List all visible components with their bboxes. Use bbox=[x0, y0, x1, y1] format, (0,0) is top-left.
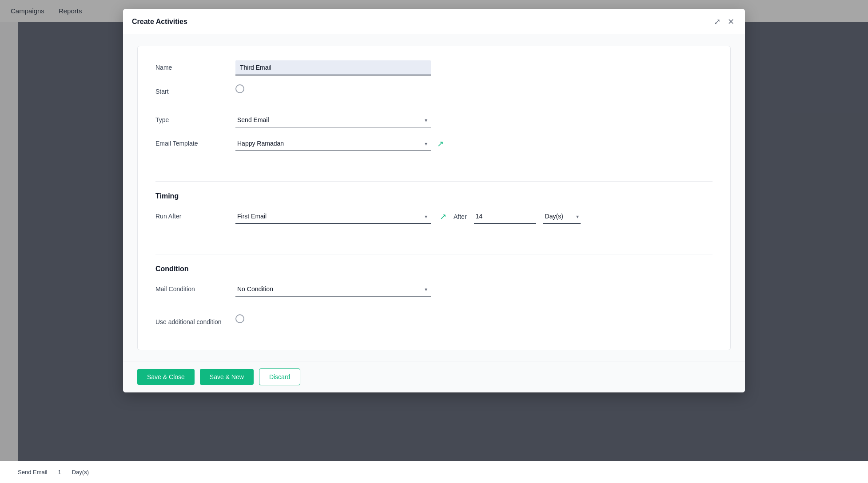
save-close-button[interactable]: Save & Close bbox=[137, 369, 195, 385]
modal-body: Name Start Type bbox=[123, 35, 745, 361]
email-template-row: Email Template Happy Ramadan Welcome Ema… bbox=[155, 136, 713, 151]
email-template-label: Email Template bbox=[155, 136, 235, 147]
timing-divider bbox=[155, 181, 713, 182]
email-template-control-wrap: Happy Ramadan Welcome Email Follow Up ▾ … bbox=[235, 136, 713, 151]
name-label: Name bbox=[155, 60, 235, 71]
start-label: Start bbox=[155, 84, 235, 95]
condition-divider bbox=[155, 254, 713, 254]
name-row: Name bbox=[155, 60, 713, 75]
run-after-external-link-icon[interactable]: ↗︎ bbox=[440, 212, 446, 222]
type-control-wrap: Send Email Internal Note To-Do SMS ▾ bbox=[235, 113, 713, 127]
modal-backdrop: Create Activities ⤢ ✕ Name Start bbox=[0, 0, 868, 483]
mail-condition-control-wrap: No Condition Opened Clicked Not Opened B… bbox=[235, 282, 713, 297]
days-select[interactable]: Day(s) Hour(s) Week(s) bbox=[543, 209, 581, 224]
after-label: After bbox=[454, 213, 467, 220]
use-additional-condition-row: Use additional condition bbox=[155, 314, 713, 327]
type-select[interactable]: Send Email Internal Note To-Do SMS bbox=[235, 113, 431, 127]
bottom-bar-number: 1 bbox=[58, 469, 61, 475]
name-control-wrap bbox=[235, 60, 713, 75]
after-number-input[interactable] bbox=[474, 209, 536, 224]
save-new-button[interactable]: Save & New bbox=[200, 369, 254, 385]
type-row: Type Send Email Internal Note To-Do SMS … bbox=[155, 113, 713, 127]
bottom-bar-type: Send Email bbox=[18, 469, 47, 475]
condition-heading: Condition bbox=[155, 265, 713, 273]
bottom-bar: Send Email 1 Day(s) bbox=[0, 461, 868, 483]
email-template-select[interactable]: Happy Ramadan Welcome Email Follow Up bbox=[235, 136, 431, 151]
use-additional-checkbox[interactable] bbox=[235, 314, 244, 323]
start-checkbox[interactable] bbox=[235, 84, 244, 93]
type-label: Type bbox=[155, 113, 235, 123]
email-template-select-wrapper: Happy Ramadan Welcome Email Follow Up ▾ bbox=[235, 136, 431, 151]
mail-condition-select[interactable]: No Condition Opened Clicked Not Opened B… bbox=[235, 282, 431, 297]
run-after-row: Run After First Email Second Email Third… bbox=[155, 209, 713, 224]
use-additional-control-wrap bbox=[235, 314, 713, 323]
close-button[interactable]: ✕ bbox=[726, 15, 736, 28]
mail-condition-select-wrapper: No Condition Opened Clicked Not Opened B… bbox=[235, 282, 431, 297]
email-template-external-link-icon[interactable]: ↗︎ bbox=[437, 139, 444, 149]
modal-header: Create Activities ⤢ ✕ bbox=[123, 9, 745, 35]
discard-button[interactable]: Discard bbox=[259, 368, 300, 385]
run-after-control-wrap: First Email Second Email Third Email ▾ ↗… bbox=[235, 209, 713, 224]
modal-title: Create Activities bbox=[132, 18, 187, 26]
modal-footer: Save & Close Save & New Discard bbox=[123, 361, 745, 392]
modal-header-actions: ⤢ ✕ bbox=[712, 15, 736, 28]
start-control-wrap bbox=[235, 84, 713, 93]
form-card: Name Start Type bbox=[137, 46, 731, 350]
run-after-label: Run After bbox=[155, 209, 235, 220]
run-after-select[interactable]: First Email Second Email Third Email bbox=[235, 209, 431, 224]
mail-condition-row: Mail Condition No Condition Opened Click… bbox=[155, 282, 713, 297]
create-activities-modal: Create Activities ⤢ ✕ Name Start bbox=[123, 9, 745, 392]
start-row: Start bbox=[155, 84, 713, 95]
days-select-wrapper: Day(s) Hour(s) Week(s) ▾ bbox=[543, 209, 581, 224]
timing-heading: Timing bbox=[155, 192, 713, 200]
type-select-wrapper: Send Email Internal Note To-Do SMS ▾ bbox=[235, 113, 431, 127]
mail-condition-label: Mail Condition bbox=[155, 282, 235, 293]
use-additional-label: Use additional condition bbox=[155, 314, 235, 327]
bottom-bar-unit: Day(s) bbox=[72, 469, 89, 475]
expand-button[interactable]: ⤢ bbox=[712, 15, 722, 28]
run-after-select-wrapper: First Email Second Email Third Email ▾ bbox=[235, 209, 431, 224]
name-input[interactable] bbox=[235, 60, 431, 75]
